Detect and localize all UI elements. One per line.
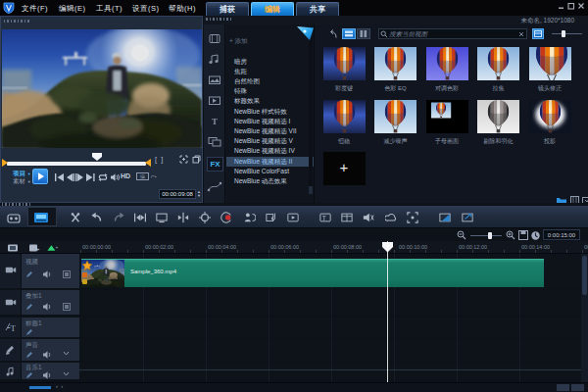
svg-text:T: T: [11, 323, 17, 332]
svg-text:+: +: [36, 246, 40, 252]
svg-text:T: T: [322, 215, 327, 221]
svg-text:+: +: [55, 245, 58, 250]
